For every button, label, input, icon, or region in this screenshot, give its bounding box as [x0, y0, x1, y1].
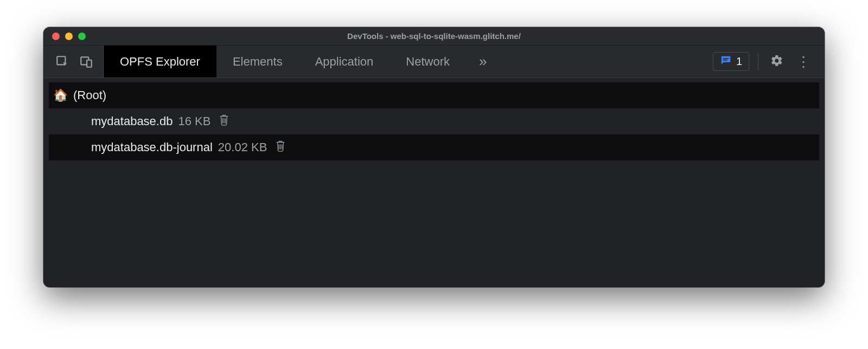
tab-network[interactable]: Network [390, 46, 466, 77]
root-label: (Root) [73, 88, 106, 102]
titlebar: DevTools - web-sql-to-sqlite-wasm.glitch… [43, 27, 825, 46]
minimize-window-button[interactable] [65, 33, 73, 40]
more-options-button[interactable]: ⋮ [792, 55, 815, 69]
tree-root-row[interactable]: 🏠 (Root) [49, 82, 819, 108]
tab-strip: OPFS Explorer Elements Application Netwo… [104, 46, 703, 77]
tab-opfs-explorer[interactable]: OPFS Explorer [104, 46, 216, 77]
kebab-icon: ⋮ [796, 55, 810, 69]
issues-count: 1 [736, 55, 742, 68]
opfs-tree: 🏠 (Root) mydatabase.db 16 KB mydatabase.… [43, 78, 825, 287]
tree-file-row[interactable]: mydatabase.db 16 KB [49, 108, 819, 134]
traffic-lights [43, 33, 86, 40]
tab-label: Elements [233, 55, 283, 69]
separator [758, 53, 758, 70]
toolbar-right-group: 1 ⋮ [703, 46, 825, 77]
inspect-element-icon[interactable] [55, 55, 69, 69]
file-name: mydatabase.db [91, 114, 173, 128]
more-tabs-button[interactable]: » [466, 46, 500, 77]
file-size: 16 KB [178, 114, 210, 128]
settings-button[interactable] [767, 51, 787, 73]
tab-label: OPFS Explorer [120, 55, 200, 69]
maximize-window-button[interactable] [78, 33, 86, 40]
issues-badge[interactable]: 1 [713, 52, 749, 71]
file-name: mydatabase.db-journal [91, 140, 213, 154]
svg-rect-3 [723, 58, 729, 59]
svg-rect-2 [87, 60, 92, 67]
file-size: 20.02 KB [218, 140, 267, 154]
device-toolbar-icon[interactable] [79, 55, 93, 69]
tab-application[interactable]: Application [299, 46, 390, 77]
tab-label: Network [406, 55, 450, 69]
close-window-button[interactable] [52, 33, 60, 40]
toolbar: OPFS Explorer Elements Application Netwo… [43, 46, 825, 78]
svg-rect-4 [723, 60, 727, 60]
tree-file-row[interactable]: mydatabase.db-journal 20.02 KB [49, 134, 819, 160]
delete-file-button[interactable] [275, 139, 286, 156]
devtools-window: DevTools - web-sql-to-sqlite-wasm.glitch… [43, 27, 825, 287]
home-icon: 🏠 [53, 88, 68, 102]
trash-icon [275, 139, 286, 156]
trash-icon [218, 113, 230, 130]
tab-label: Application [315, 55, 374, 69]
delete-file-button[interactable] [218, 113, 230, 130]
chevron-right-double-icon: » [479, 53, 487, 70]
chat-icon [720, 54, 732, 69]
toolbar-left-group [43, 46, 104, 77]
gear-icon [770, 54, 783, 69]
tab-elements[interactable]: Elements [216, 46, 299, 77]
window-title: DevTools - web-sql-to-sqlite-wasm.glitch… [43, 31, 825, 41]
